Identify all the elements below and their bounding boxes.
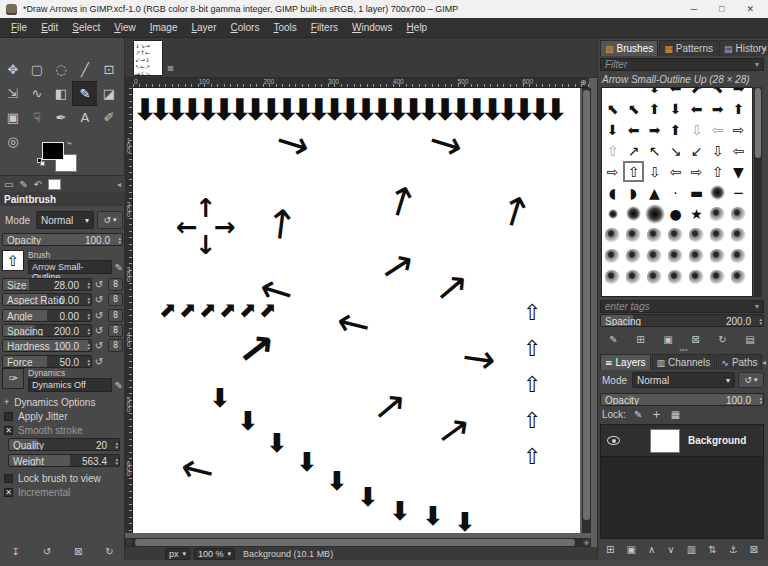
reset-aspect-ratio-icon[interactable]: ↺ xyxy=(92,294,106,305)
brush-cell[interactable] xyxy=(686,266,707,287)
brush-cell[interactable] xyxy=(686,224,707,245)
menu-image[interactable]: Image xyxy=(143,19,185,36)
save-tool-preset-button[interactable]: ↧ xyxy=(11,546,19,557)
brush-cell[interactable]: · xyxy=(665,182,686,203)
brush-cell[interactable]: ⬇ xyxy=(602,119,623,140)
menu-edit[interactable]: Edit xyxy=(34,19,65,36)
delete-brush-button[interactable]: ⊠ xyxy=(691,334,699,345)
edit-brush-icon[interactable]: ✎ xyxy=(115,262,123,273)
brush-cell[interactable]: ⇦ xyxy=(728,140,749,161)
brush-cell[interactable]: ▲ xyxy=(644,182,665,203)
hardness-slider[interactable]: Hardness100.0▴▾ xyxy=(2,339,92,352)
brush-cell[interactable]: ↖ xyxy=(644,140,665,161)
checkbox-box[interactable]: ✕ xyxy=(4,488,13,497)
tool-warp-transform[interactable]: ∿ xyxy=(25,82,49,105)
brush-spacing-slider[interactable]: Spacing 200.0 ▴▾ xyxy=(600,314,764,327)
brush-cell[interactable]: ⬇ xyxy=(644,87,665,98)
brush-cell[interactable]: ▬ xyxy=(686,182,707,203)
image-tab-close-icon[interactable]: ⊠ xyxy=(167,64,174,73)
new-layer-group-button[interactable]: ▣ xyxy=(626,544,635,555)
brush-cell[interactable]: ⬆ xyxy=(728,98,749,119)
brush-grid[interactable]: ⬇⬅⬈⬉➡⬉⬉⬆⬇⬅➡⬆⬇⬅➡⬆⇩⇦⇨⇧↗↖↘↙⇩⇦⇨⇧⇩⇦⇨⇧▼◖◗▲·▬─●… xyxy=(601,87,753,297)
checkbox-box[interactable] xyxy=(4,474,13,483)
layer-opacity-slider[interactable]: Opacity 100.0 ▴▾ xyxy=(600,393,764,406)
zoom-dropdown[interactable]: 100 %▾ xyxy=(194,548,235,560)
brush-cell[interactable] xyxy=(728,266,749,287)
brush-cell[interactable]: ⇩ xyxy=(644,161,665,182)
brush-cell[interactable]: ⬉ xyxy=(602,98,623,119)
brush-cell[interactable]: ◗ xyxy=(623,182,644,203)
tool-smudge[interactable]: ☟ xyxy=(25,106,49,129)
brush-cell[interactable]: ⬅ xyxy=(686,98,707,119)
tool-move[interactable]: ✥ xyxy=(1,58,25,81)
brush-cell[interactable]: ➡ xyxy=(644,119,665,140)
tab-patterns[interactable]: ▦Patterns xyxy=(659,40,718,56)
delete-layer-button[interactable]: ⊠ xyxy=(750,544,758,555)
lower-layer-button[interactable]: ∨ xyxy=(667,544,674,555)
link-size-button[interactable]: 8 xyxy=(108,278,123,291)
opacity-slider[interactable]: Opacity 100.0 ▴▾ xyxy=(2,233,123,246)
brush-cell[interactable]: ⬆ xyxy=(644,98,665,119)
brush-cell[interactable]: ⇧ xyxy=(707,161,728,182)
brush-cell[interactable]: ⬅ xyxy=(623,119,644,140)
menu-layer[interactable]: Layer xyxy=(184,19,223,36)
brush-cell[interactable] xyxy=(644,224,665,245)
reset-angle-icon[interactable]: ↺ xyxy=(92,310,106,321)
duplicate-layer-button[interactable]: ▥ xyxy=(687,544,696,555)
swap-colors-icon[interactable]: ⤷ xyxy=(67,138,71,148)
brush-cell[interactable]: ⇨ xyxy=(728,119,749,140)
brush-cell[interactable] xyxy=(728,245,749,266)
brush-cell[interactable]: ➡ xyxy=(728,87,749,98)
brush-tags-input[interactable]: enter tags▾ xyxy=(600,300,764,313)
menu-windows[interactable]: Windows xyxy=(345,19,400,36)
tool-options-icon[interactable]: ▭ xyxy=(4,179,13,190)
brush-cell[interactable]: ◖ xyxy=(602,182,623,203)
layer-visibility-icon[interactable] xyxy=(607,436,620,445)
horizontal-scrollbar[interactable] xyxy=(133,538,582,547)
brush-cell[interactable] xyxy=(728,224,749,245)
checkbox-box[interactable]: ✕ xyxy=(4,426,13,435)
reset-force-icon[interactable]: ↺ xyxy=(92,356,106,367)
lock-brush-to-view-checkbox[interactable]: Lock brush to view xyxy=(4,472,101,484)
brush-cell[interactable]: ⇩ xyxy=(686,119,707,140)
brush-cell[interactable] xyxy=(707,182,728,203)
reset-hardness-icon[interactable]: ↺ xyxy=(92,340,106,351)
canvas[interactable]: ⬇⬇⬇⬇⬇⬇⬇⬇⬇⬇⬇⬇⬇⬇⬇⬇⬇⬇⬇⬇⬇⬇⬇⬇⬇⬇⬇→→↑↓←→→→→→→→⬈… xyxy=(133,88,580,533)
dock-menu-icon[interactable]: ◂ xyxy=(762,44,766,53)
size-slider[interactable]: Size28.00▴▾ xyxy=(2,278,92,291)
reset-tool-options-button[interactable]: ↻ xyxy=(105,546,113,557)
brush-cell[interactable]: ↙ xyxy=(686,140,707,161)
brush-cell[interactable]: ● xyxy=(665,203,686,224)
anchor-layer-button[interactable]: ⚓ xyxy=(729,544,738,555)
brush-cell[interactable] xyxy=(644,203,665,224)
brush-cell[interactable] xyxy=(644,266,665,287)
new-brush-button[interactable]: ⊞ xyxy=(636,334,644,345)
brush-cell[interactable]: ─ xyxy=(728,182,749,203)
refresh-brushes-button[interactable]: ↻ xyxy=(718,334,726,345)
dock-menu-icon[interactable]: ◂ xyxy=(762,358,766,367)
lock-alpha-icon[interactable]: ▦ xyxy=(671,409,680,420)
tool-airbrush[interactable]: ✒ xyxy=(49,106,73,129)
force-slider[interactable]: Force50.0▴▾ xyxy=(2,355,92,368)
brush-cell[interactable] xyxy=(602,87,623,98)
brush-cell[interactable] xyxy=(665,224,686,245)
raise-layer-button[interactable]: ∧ xyxy=(648,544,655,555)
maximize-button[interactable]: □ xyxy=(719,4,724,14)
reset-size-icon[interactable]: ↺ xyxy=(92,279,106,290)
brush-cell[interactable] xyxy=(602,245,623,266)
layer-mode-dropdown[interactable]: Normal▾ xyxy=(632,372,735,388)
aspect-ratio-slider[interactable]: Aspect Ratio0.00▴▾ xyxy=(2,293,92,306)
brush-cell[interactable] xyxy=(623,245,644,266)
tool-measure[interactable]: ╱ xyxy=(73,58,97,81)
foreground-color-swatch[interactable] xyxy=(42,142,64,160)
weight-slider[interactable]: Weight 563.4 ▴▾ xyxy=(8,454,120,467)
brush-cell[interactable]: ⬆ xyxy=(665,119,686,140)
brush-cell[interactable] xyxy=(665,266,686,287)
close-button[interactable]: ✕ xyxy=(746,4,754,14)
edit-dynamics-icon[interactable]: ✎ xyxy=(115,380,123,391)
tab-layers[interactable]: ≡Layers xyxy=(600,354,651,370)
brush-cell-selected[interactable]: ⇧ xyxy=(623,161,644,182)
menu-help[interactable]: Help xyxy=(400,19,435,36)
brush-cell[interactable] xyxy=(707,224,728,245)
spacing-slider[interactable]: Spacing200.0▴▾ xyxy=(2,324,92,337)
